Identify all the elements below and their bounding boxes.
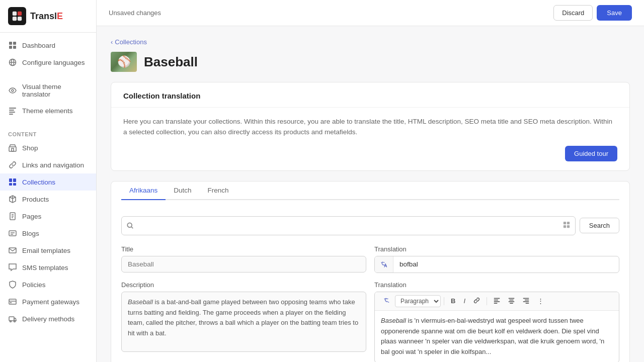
description-translation-group: Translation Paragraph Heading 1 Heading … [374,281,619,362]
rte-toolbar: Paragraph Heading 1 Heading 2 Heading 3 … [375,292,619,311]
align-left-button[interactable] [490,296,504,307]
svg-rect-43 [494,298,500,299]
svg-rect-6 [9,46,12,49]
content-section-label: CONTENT [0,127,96,139]
sidebar-item-theme-elements[interactable]: Theme elements [0,102,96,119]
search-icon-button[interactable] [127,222,134,229]
payment-icon [8,297,17,306]
tab-afrikaans[interactable]: Afrikaans [121,182,166,200]
translate-icon [375,256,393,273]
tab-french[interactable]: French [200,182,237,200]
globe-icon [8,58,17,67]
breadcrumb: ‹ Collections [111,38,630,46]
sidebar-item-label: Collections [22,178,55,186]
sidebar-item-delivery-methods[interactable]: Delivery methods [0,310,96,327]
svg-rect-21 [13,183,16,186]
policy-icon [8,280,17,289]
translation-card: Afrikaans Dutch French [111,181,630,362]
svg-rect-52 [525,300,529,301]
sidebar-item-email-templates[interactable]: Email templates [0,242,96,259]
discard-button[interactable]: Discard [553,5,593,21]
link-icon [8,160,17,169]
sidebar-item-sms-templates[interactable]: SMS templates [0,259,96,276]
bold-button[interactable]: B [447,296,459,306]
blog-icon [8,229,17,238]
description-label: Description [121,281,366,289]
svg-rect-1 [18,12,22,16]
truck-icon [8,314,17,323]
search-input-wrap[interactable] [121,216,576,235]
tab-dutch[interactable]: Dutch [166,182,199,200]
svg-rect-3 [18,17,22,21]
sidebar-item-collections[interactable]: Collections [0,173,96,191]
sidebar-item-label: Shop [22,144,38,152]
svg-rect-20 [9,183,12,186]
svg-point-35 [14,321,16,322]
eye-icon [8,86,17,95]
sidebar-item-label: Policies [22,281,46,289]
more-button[interactable]: ⋮ [534,296,547,306]
align-right-button[interactable] [519,296,533,307]
topbar-actions: Discard Save [553,5,632,21]
sidebar-item-shop[interactable]: Shop [0,139,96,156]
breadcrumb-arrow: ‹ [111,38,113,46]
svg-rect-53 [523,301,529,302]
svg-rect-40 [564,225,566,228]
sidebar-item-blogs[interactable]: Blogs [0,225,96,242]
breadcrumb-parent[interactable]: Collections [115,38,147,46]
grid-view-icon[interactable] [563,221,570,230]
page-title: Baseball [144,54,198,70]
paragraph-select[interactable]: Paragraph Heading 1 Heading 2 Heading 3 [395,295,441,307]
svg-rect-18 [9,178,12,182]
svg-rect-14 [9,112,15,113]
card-description: Here you can translate your collections.… [123,117,617,138]
sidebar: TranslE Dashboard Configure languages Vi… [0,0,97,362]
title-input[interactable] [121,256,366,273]
italic-button[interactable]: I [460,296,469,306]
svg-rect-2 [13,17,17,21]
title-translation-value[interactable]: bofbal [393,256,619,272]
svg-rect-45 [494,301,500,302]
logo: TranslE [0,0,96,33]
sidebar-item-pages[interactable]: Pages [0,208,96,225]
svg-point-36 [127,223,132,227]
svg-rect-5 [13,42,16,45]
svg-rect-38 [564,222,566,224]
svg-rect-44 [494,300,498,301]
link-button[interactable] [470,296,484,307]
svg-rect-46 [494,303,498,304]
translation-label-desc: Translation [374,281,619,289]
search-button[interactable]: Search [580,218,619,233]
tabs-container: Afrikaans Dutch French [111,182,629,200]
svg-rect-13 [9,110,14,111]
svg-point-34 [10,321,12,322]
guided-tour-button[interactable]: Guided tour [565,146,617,161]
card-title: Collection translation [123,92,617,100]
svg-rect-33 [9,317,14,321]
sidebar-item-dashboard[interactable]: Dashboard [0,37,96,54]
svg-rect-19 [13,178,16,182]
sidebar-item-payment-gateways[interactable]: Payment gateways [0,293,96,310]
svg-rect-51 [523,298,529,299]
rte-content[interactable]: Baseball is 'n vlermuis-en-bal-wedstryd … [375,311,619,362]
sidebar-item-products[interactable]: Products [0,191,96,208]
svg-rect-15 [9,114,13,115]
sidebar-item-visual-theme[interactable]: Visual theme translator [0,79,96,102]
save-button[interactable]: Save [597,5,632,21]
sidebar-item-policies[interactable]: Policies [0,276,96,293]
topbar: Unsaved changes Discard Save [97,0,644,26]
svg-rect-39 [567,222,570,224]
svg-point-11 [12,89,14,92]
sidebar-item-configure-languages[interactable]: Configure languages [0,54,96,71]
card-body: Here you can translate your collections.… [111,108,629,170]
svg-rect-12 [9,108,16,109]
align-center-button[interactable] [505,296,518,307]
unsaved-status: Unsaved changes [109,9,161,17]
title-source-group: Title [121,245,366,273]
sidebar-item-links-navigation[interactable]: Links and navigation [0,156,96,173]
search-input[interactable] [138,222,559,229]
sidebar-item-label: Payment gateways [22,298,79,306]
sidebar-item-label: SMS templates [22,264,68,272]
page-icon [8,212,17,221]
logo-icon [8,7,26,25]
